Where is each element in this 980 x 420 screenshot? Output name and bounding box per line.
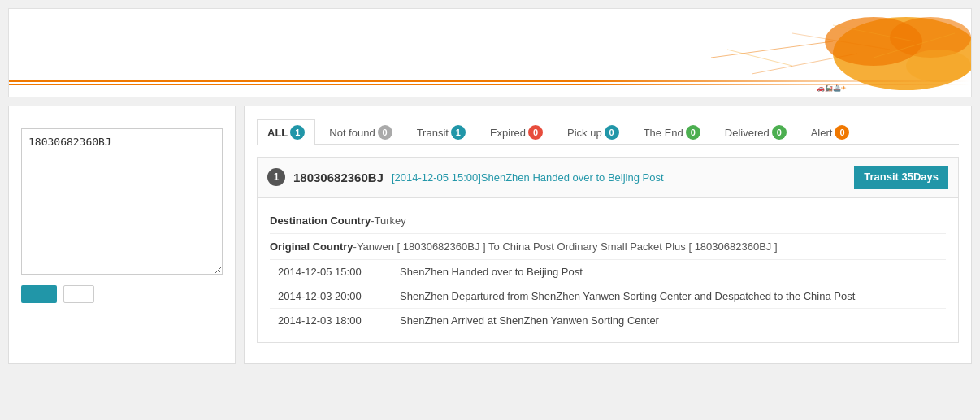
sidebar-buttons (21, 285, 223, 303)
tab-label-transit: Transit (417, 127, 449, 139)
header-content (33, 21, 40, 55)
tab-badge-delivered: 0 (772, 125, 787, 140)
result-latest-0: [2014-12-05 15:00]ShenZhen Handed over t… (392, 171, 664, 184)
search-button[interactable] (21, 285, 57, 303)
event-row-0: 2014-12-05 15:00 ShenZhen Handed over to… (270, 260, 946, 284)
event-row-1: 2014-12-03 20:00 ShenZhen Departured fro… (270, 284, 946, 308)
tab-label-delivered: Delivered (725, 127, 770, 139)
tab-badge-expired: 0 (528, 125, 543, 140)
tab-alert[interactable]: Alert0 (800, 119, 861, 145)
event-desc-0: ShenZhen Handed over to Beijing Post (392, 260, 946, 284)
tab-delivered[interactable]: Delivered0 (714, 119, 797, 145)
header-line (9, 80, 971, 82)
results-container: 1 18030682360BJ [2014-12-05 15:00]ShenZh… (257, 157, 959, 343)
tab-badge-all: 1 (290, 125, 305, 140)
clear-button[interactable] (63, 285, 94, 303)
original-value-0: -Yanwen [ 18030682360BJ ] To China Post … (353, 240, 778, 253)
page-wrapper: 🚗🚂🚢✈ 18030682360BJ ALL1Not found0Transit… (0, 8, 980, 420)
event-table-0: 2014-12-05 15:00 ShenZhen Handed over to… (270, 260, 946, 332)
tab-the-end[interactable]: The End0 (633, 119, 711, 145)
tab-label-alert: Alert (811, 127, 833, 139)
tab-label-all: ALL (267, 127, 288, 139)
tab-badge-not-found: 0 (378, 125, 392, 140)
destination-row-0: Destination Country-Turkey (270, 208, 946, 234)
sidebar: 18030682360BJ (8, 106, 236, 364)
header-line2 (9, 84, 971, 85)
event-date-1: 2014-12-03 20:00 (270, 284, 392, 308)
original-row-0: Original Country-Yanwen [ 18030682360BJ … (270, 234, 946, 260)
tracking-number-input[interactable]: 18030682360BJ (21, 128, 223, 275)
result-tracking-num-0[interactable]: 18030682360BJ (293, 171, 384, 184)
tab-label-the-end: The End (644, 127, 683, 139)
tab-label-pickup: Pick up (567, 127, 602, 139)
event-desc-2: ShenZhen Arrived at ShenZhen Yanwen Sort… (392, 308, 946, 332)
destination-label-0: Destination Country (270, 214, 371, 227)
tab-badge-pickup: 0 (605, 125, 619, 140)
svg-point-3 (906, 50, 971, 82)
tab-not-found[interactable]: Not found0 (319, 119, 402, 145)
tab-label-expired: Expired (490, 127, 526, 139)
tab-all[interactable]: ALL1 (257, 119, 315, 145)
detail-section-0: Destination Country-Turkey Original Coun… (258, 198, 958, 342)
event-date-2: 2014-12-03 18:00 (270, 308, 392, 332)
tab-transit[interactable]: Transit1 (406, 119, 476, 145)
result-status-badge-0: Transit 35Days (854, 166, 948, 189)
tab-badge-alert: 0 (835, 125, 849, 140)
tab-expired[interactable]: Expired0 (479, 119, 553, 145)
content-area: ALL1Not found0Transit1Expired0Pick up0Th… (244, 106, 972, 364)
tab-pickup[interactable]: Pick up0 (557, 119, 630, 145)
tab-badge-transit: 1 (451, 125, 466, 140)
header: 🚗🚂🚢✈ (8, 8, 972, 97)
svg-line-7 (727, 50, 792, 66)
result-index-0: 1 (267, 168, 285, 186)
event-date-0: 2014-12-05 15:00 (270, 260, 392, 284)
result-header-left-0: 1 18030682360BJ [2014-12-05 15:00]ShenZh… (267, 168, 664, 186)
result-item-0: 1 18030682360BJ [2014-12-05 15:00]ShenZh… (257, 157, 959, 343)
original-label-0: Original Country (270, 240, 353, 253)
svg-line-4 (711, 41, 833, 58)
tab-badge-the-end: 0 (686, 125, 700, 140)
result-header-0: 1 18030682360BJ [2014-12-05 15:00]ShenZh… (258, 158, 958, 198)
main-layout: 18030682360BJ ALL1Not found0Transit1Expi… (8, 106, 972, 364)
event-row-2: 2014-12-03 18:00 ShenZhen Arrived at She… (270, 308, 946, 332)
destination-value-0: -Turkey (371, 214, 406, 227)
tabs: ALL1Not found0Transit1Expired0Pick up0Th… (257, 119, 959, 145)
tab-label-not-found: Not found (329, 127, 375, 139)
event-desc-1: ShenZhen Departured from ShenZhen Yanwen… (392, 284, 946, 308)
